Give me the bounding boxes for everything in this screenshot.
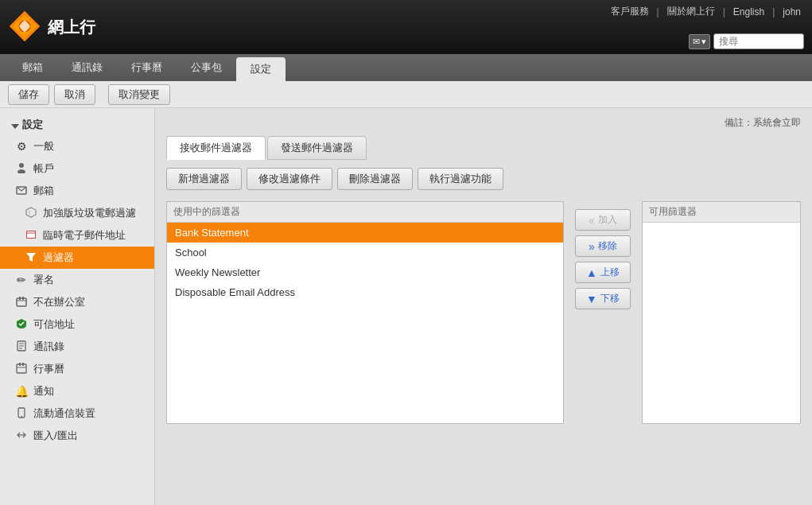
sidebar-label-account: 帳戶 (33, 161, 54, 176)
cancel-changes-button[interactable]: 取消變更 (108, 84, 170, 105)
tab-briefcase[interactable]: 公事包 (177, 56, 236, 81)
tab-incoming-filter[interactable]: 接收郵件過濾器 (166, 136, 266, 160)
search-type-dropdown[interactable]: ✉ ▾ (689, 34, 710, 49)
filter-icon (24, 251, 38, 265)
language-link[interactable]: English (733, 6, 764, 17)
topbar: 網上行 客戶服務 | 關於網上行 | English | john ✉ ▾ (0, 0, 812, 54)
nav-tabs: 郵箱 通訊錄 行事曆 公事包 設定 (0, 54, 812, 81)
username-link[interactable]: john (783, 6, 801, 17)
sidebar-item-notification[interactable]: 🔔 通知 (0, 380, 154, 402)
sidebar-item-mobile[interactable]: 流動通信裝置 (0, 402, 154, 425)
sidebar-item-out-of-office[interactable]: 不在辦公室 (0, 291, 154, 313)
up-arrow-icon: ▲ (586, 266, 597, 279)
sidebar-label-out-of-office: 不在辦公室 (33, 295, 85, 309)
dropdown-arrow: ▾ (701, 37, 706, 47)
tab-mailbox[interactable]: 郵箱 (8, 56, 57, 81)
tab-contacts[interactable]: 通訊錄 (57, 56, 117, 81)
account-icon (14, 162, 29, 176)
sidebar-label-trusted: 可信地址 (33, 317, 75, 332)
filter-item-weekly-newsletter[interactable]: Weekly Newsletter (167, 262, 563, 282)
temp-email-icon (24, 229, 38, 243)
sidebar-item-calendar[interactable]: 行事曆 (0, 358, 154, 380)
sidebar-item-signature[interactable]: ✏ 署名 (0, 269, 154, 291)
in-use-header: 使用中的篩選器 (167, 202, 563, 223)
sidebar-item-trusted-addr[interactable]: 可信地址 (0, 313, 154, 336)
sep3: | (772, 6, 775, 17)
logo-text: 網上行 (48, 17, 95, 38)
svg-marker-7 (26, 208, 36, 217)
contacts-icon (14, 340, 29, 354)
mobile-icon (14, 407, 29, 421)
search-area: ✉ ▾ (689, 33, 804, 49)
available-header: 可用篩選器 (643, 202, 800, 223)
gear-icon: ⚙ (14, 140, 29, 153)
top-links: 客戶服務 | 關於網上行 | English | john (608, 0, 804, 18)
sidebar-item-contacts[interactable]: 通訊錄 (0, 336, 154, 358)
note-bar: 備註：系統會立即 (166, 116, 801, 130)
remove-label: 移除 (598, 239, 617, 253)
sep2: | (723, 6, 725, 17)
down-label: 下移 (600, 292, 620, 305)
sidebar-section-title: 設定 (0, 115, 154, 135)
sidebar-label-signature: 署名 (33, 273, 54, 287)
filter-item-school[interactable]: School (167, 243, 563, 262)
filter-control-buttons: « 加入 » 移除 ▲ 上移 ▼ 下移 (572, 201, 634, 317)
double-right-arrow-icon: » (589, 240, 595, 253)
double-left-arrow-icon: « (589, 214, 595, 227)
save-button[interactable]: 儲存 (8, 84, 49, 105)
sidebar-label-temp-email: 臨時電子郵件地址 (43, 228, 126, 243)
search-input[interactable] (719, 36, 798, 47)
mail-icon: ✉ (693, 37, 700, 47)
svg-point-4 (19, 163, 24, 168)
action-buttons: 新增過濾器 修改過濾條件 刪除過濾器 執行過濾功能 (166, 168, 801, 190)
svg-point-25 (21, 415, 22, 417)
main-area: 設定 ⚙ 一般 帳戶 郵箱 ! 加強版垃圾電郵過濾 (0, 108, 812, 505)
trusted-icon (14, 318, 29, 332)
svg-rect-22 (19, 363, 21, 366)
svg-rect-14 (22, 297, 24, 300)
add-to-list-button[interactable]: « 加入 (575, 209, 631, 231)
tab-settings[interactable]: 設定 (236, 57, 286, 81)
add-filter-button[interactable]: 新增過濾器 (166, 168, 242, 190)
toolbar: 儲存 取消 取消變更 (0, 81, 812, 108)
down-arrow-icon: ▼ (586, 293, 597, 305)
about-link[interactable]: 關於網上行 (667, 5, 715, 18)
filter-item-bank-statement[interactable]: Bank Statement (167, 223, 563, 243)
sidebar-label-notification: 通知 (33, 384, 54, 398)
svg-point-5 (17, 169, 25, 173)
delete-filter-button[interactable]: 刪除過濾器 (337, 168, 413, 190)
sidebar-item-account[interactable]: 帳戶 (0, 157, 154, 180)
sidebar-item-spam[interactable]: ! 加強版垃圾電郵過濾 (0, 202, 154, 224)
mailbox-icon (14, 185, 29, 198)
import-export-icon (14, 429, 29, 443)
logo-icon (8, 10, 41, 45)
sidebar-item-mailbox[interactable]: 郵箱 (0, 180, 154, 202)
move-up-button[interactable]: ▲ 上移 (575, 262, 631, 283)
sidebar-item-temp-email[interactable]: 臨時電子郵件地址 (0, 224, 154, 247)
svg-rect-10 (27, 231, 35, 238)
add-label: 加入 (598, 213, 617, 227)
spam-icon: ! (24, 207, 38, 220)
signature-icon: ✏ (14, 274, 29, 286)
customer-service-link[interactable]: 客戶服務 (611, 5, 649, 18)
sidebar-title-label: 設定 (22, 118, 43, 132)
available-filter-box: 可用篩選器 (642, 201, 801, 424)
svg-rect-13 (19, 297, 21, 300)
edit-filter-button[interactable]: 修改過濾條件 (247, 168, 332, 190)
tab-calendar[interactable]: 行事曆 (117, 56, 177, 81)
out-of-office-icon (14, 296, 29, 309)
sidebar-item-general[interactable]: ⚙ 一般 (0, 135, 154, 157)
remove-from-list-button[interactable]: » 移除 (575, 235, 631, 257)
tab-outgoing-filter[interactable]: 發送郵件過濾器 (267, 136, 367, 160)
sidebar-label-import-export: 匯入/匯出 (33, 429, 78, 443)
sidebar-label-calendar: 行事曆 (33, 362, 64, 376)
move-down-button[interactable]: ▼ 下移 (575, 288, 631, 309)
sidebar-item-import-export[interactable]: 匯入/匯出 (0, 425, 154, 447)
sidebar-label-spam: 加強版垃圾電郵過濾 (43, 206, 136, 220)
logo-area: 網上行 (8, 10, 95, 45)
filter-item-disposable-email[interactable]: Disposable Email Address (167, 282, 563, 302)
execute-filter-button[interactable]: 執行過濾功能 (418, 168, 503, 190)
svg-text:!: ! (29, 209, 30, 216)
cancel-button[interactable]: 取消 (54, 84, 95, 105)
sidebar-item-filter[interactable]: 過濾器 (0, 247, 154, 269)
